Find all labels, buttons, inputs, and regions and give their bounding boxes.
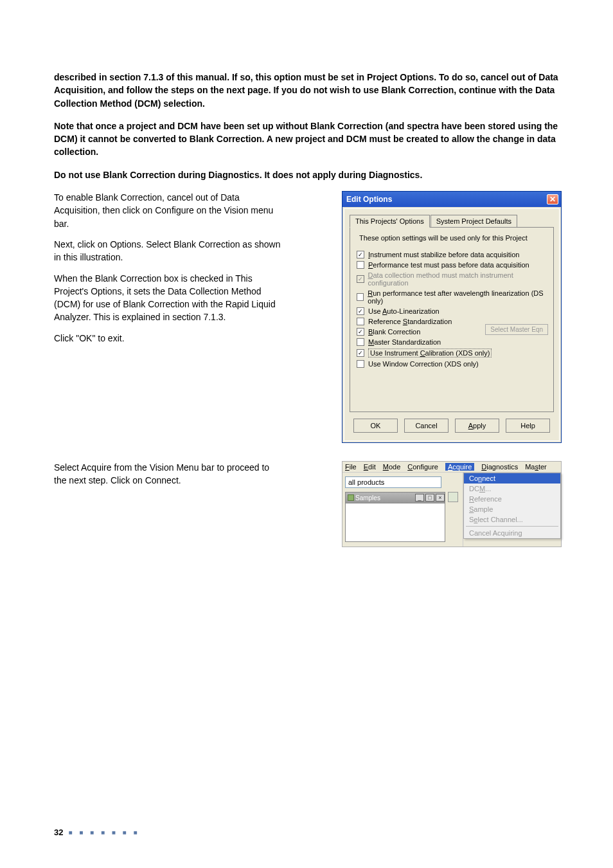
option-row: Data collection method must match instru… <box>357 271 547 287</box>
page-number: 32 <box>54 827 63 837</box>
edit-options-dialog: Edit Options ✕ This Projects' Options Sy… <box>342 191 562 443</box>
option-row: Use Instrument Calibration (XDS only) <box>357 348 547 357</box>
page-footer: 32 ■ ■ ■ ■ ■ ■ ■ <box>54 827 139 837</box>
dialog-titlebar: Edit Options ✕ <box>342 192 561 207</box>
close-icon[interactable]: × <box>436 494 445 502</box>
maximize-icon[interactable]: □ <box>425 494 434 502</box>
paragraph-3: Do not use Blank Correction during Diagn… <box>54 168 562 181</box>
option-row: Run performance test after wavelength li… <box>357 289 547 305</box>
option-label: Master Standardization <box>368 338 441 346</box>
dropdown-item: Sample <box>464 504 560 514</box>
option-row: Instrument must stabilize before data ac… <box>357 251 547 258</box>
option-row: Use Window Correction (XDS only) <box>357 360 547 368</box>
checkbox[interactable] <box>357 307 364 315</box>
checkbox[interactable] <box>357 261 364 269</box>
option-row: Blank CorrectionSelect Master Eqn <box>357 328 547 336</box>
left-para-4: Click "OK" to exit. <box>54 332 284 345</box>
ok-button[interactable]: OK <box>353 419 398 433</box>
apply-button[interactable]: Apply <box>455 419 499 433</box>
menu-item[interactable]: Mode <box>383 463 401 471</box>
option-label: Data collection method must match instru… <box>368 271 547 287</box>
acquire-dropdown: ConnectDCM...ReferenceSampleSelect Chann… <box>463 473 561 539</box>
option-label: Use Instrument Calibration (XDS only) <box>368 348 492 357</box>
menu-item[interactable]: Edit <box>364 463 376 471</box>
footer-dots: ■ ■ ■ ■ ■ ■ ■ <box>68 829 139 836</box>
option-label: Use Auto-Linearization <box>368 307 440 315</box>
checkbox[interactable] <box>357 360 364 368</box>
product-combobox[interactable]: all products <box>345 476 441 488</box>
option-label: Reference Standardization <box>368 318 452 325</box>
paragraph-1: described in section 7.1.3 of this manua… <box>54 71 562 110</box>
menu-item[interactable]: Diagnostics <box>481 463 518 471</box>
checkbox <box>357 275 364 283</box>
menu-separator <box>466 526 558 527</box>
dropdown-item: DCM... <box>464 484 560 494</box>
minimize-icon[interactable]: _ <box>415 494 424 502</box>
menu-item[interactable]: Master <box>525 463 547 471</box>
dialog-title: Edit Options <box>346 195 392 204</box>
option-row: Performance test must pass before data a… <box>357 261 547 269</box>
left-para-5: Select Acquire from the Vision Menu bar … <box>54 461 284 487</box>
left-para-2: Next, click on Options. Select Blank Cor… <box>54 238 284 264</box>
help-button[interactable]: Help <box>506 419 550 433</box>
dropdown-item: Reference <box>464 494 560 504</box>
option-label: Instrument must stabilize before data ac… <box>368 251 519 258</box>
checkbox[interactable] <box>357 338 364 346</box>
samples-pane <box>345 503 445 542</box>
vision-menu-screenshot: FileEditModeConfigureAcquireDiagnosticsM… <box>342 461 562 547</box>
cancel-button[interactable]: Cancel <box>404 419 449 433</box>
samples-window-titlebar: Samples _ □ × <box>345 492 445 503</box>
select-master-eqn-button: Select Master Eqn <box>485 324 548 335</box>
tab-this-project[interactable]: This Projects' Options <box>350 215 430 228</box>
close-icon[interactable]: ✕ <box>547 194 558 204</box>
menu-item[interactable]: File <box>345 463 357 471</box>
option-label: Use Window Correction (XDS only) <box>368 360 479 368</box>
menu-item[interactable]: Configure <box>407 463 438 471</box>
tab-hint: These option settings will be used only … <box>359 234 547 242</box>
dropdown-item: Cancel Acquiring <box>464 528 560 538</box>
dropdown-item: Select Channel... <box>464 514 560 525</box>
tab-system-defaults[interactable]: System Project Defaults <box>431 215 517 228</box>
checkbox[interactable] <box>357 328 364 336</box>
menu-item[interactable]: Acquire <box>445 463 474 471</box>
chart-icon[interactable] <box>448 492 458 502</box>
paragraph-2: Note that once a project and DCM have be… <box>54 120 562 159</box>
left-para-1: To enable Blank Correction, cancel out o… <box>54 191 284 230</box>
option-row: Use Auto-Linearization <box>357 307 547 315</box>
menubar: FileEditModeConfigureAcquireDiagnosticsM… <box>342 462 561 473</box>
option-row: Master Standardization <box>357 338 547 346</box>
checkbox[interactable] <box>357 318 364 325</box>
dropdown-item[interactable]: Connect <box>464 473 560 484</box>
samples-title: Samples <box>355 494 414 502</box>
checkbox[interactable] <box>357 251 364 258</box>
left-para-3: When the Blank Correction box is checked… <box>54 272 284 324</box>
option-label: Performance test must pass before data a… <box>368 261 529 269</box>
option-label: Blank Correction <box>368 328 420 336</box>
checkbox[interactable] <box>357 293 364 301</box>
checkbox[interactable] <box>357 349 364 357</box>
option-label: Run performance test after wavelength li… <box>368 289 547 305</box>
